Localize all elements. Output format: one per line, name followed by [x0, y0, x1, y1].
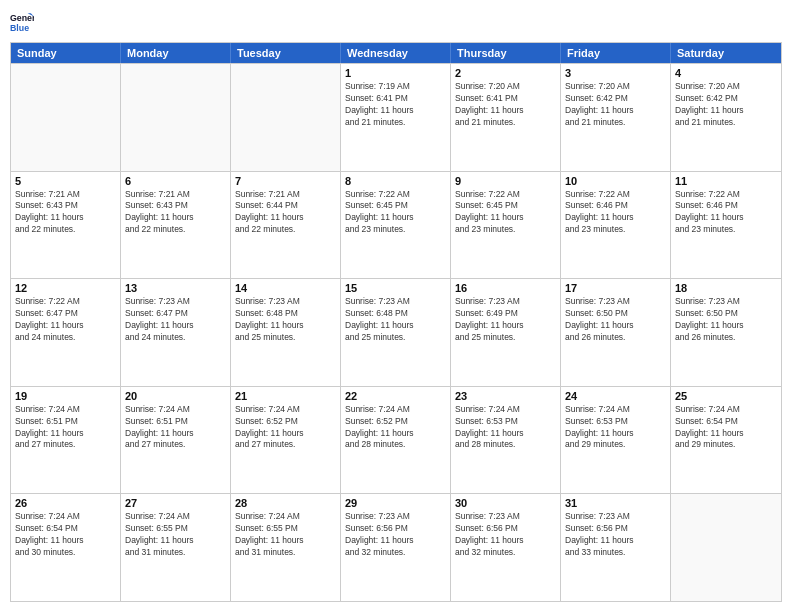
calendar-header: SundayMondayTuesdayWednesdayThursdayFrid… [11, 43, 781, 63]
day-number: 24 [565, 390, 666, 402]
day-number: 13 [125, 282, 226, 294]
day-number: 14 [235, 282, 336, 294]
day-info: Sunrise: 7:24 AM Sunset: 6:54 PM Dayligh… [675, 404, 777, 452]
day-number: 9 [455, 175, 556, 187]
day-info: Sunrise: 7:23 AM Sunset: 6:49 PM Dayligh… [455, 296, 556, 344]
empty-cell [121, 64, 231, 171]
day-info: Sunrise: 7:19 AM Sunset: 6:41 PM Dayligh… [345, 81, 446, 129]
day-number: 8 [345, 175, 446, 187]
empty-cell [671, 494, 781, 601]
day-number: 20 [125, 390, 226, 402]
day-header-thursday: Thursday [451, 43, 561, 63]
day-info: Sunrise: 7:20 AM Sunset: 6:42 PM Dayligh… [675, 81, 777, 129]
day-cell-23: 23Sunrise: 7:24 AM Sunset: 6:53 PM Dayli… [451, 387, 561, 494]
day-cell-11: 11Sunrise: 7:22 AM Sunset: 6:46 PM Dayli… [671, 172, 781, 279]
day-number: 1 [345, 67, 446, 79]
day-number: 10 [565, 175, 666, 187]
day-info: Sunrise: 7:23 AM Sunset: 6:56 PM Dayligh… [345, 511, 446, 559]
day-number: 21 [235, 390, 336, 402]
day-cell-26: 26Sunrise: 7:24 AM Sunset: 6:54 PM Dayli… [11, 494, 121, 601]
day-header-monday: Monday [121, 43, 231, 63]
calendar-week-2: 5Sunrise: 7:21 AM Sunset: 6:43 PM Daylig… [11, 171, 781, 279]
calendar-week-3: 12Sunrise: 7:22 AM Sunset: 6:47 PM Dayli… [11, 278, 781, 386]
day-header-friday: Friday [561, 43, 671, 63]
day-number: 7 [235, 175, 336, 187]
day-header-wednesday: Wednesday [341, 43, 451, 63]
day-info: Sunrise: 7:23 AM Sunset: 6:56 PM Dayligh… [455, 511, 556, 559]
day-number: 28 [235, 497, 336, 509]
day-cell-10: 10Sunrise: 7:22 AM Sunset: 6:46 PM Dayli… [561, 172, 671, 279]
day-number: 22 [345, 390, 446, 402]
day-info: Sunrise: 7:23 AM Sunset: 6:50 PM Dayligh… [565, 296, 666, 344]
day-info: Sunrise: 7:24 AM Sunset: 6:52 PM Dayligh… [235, 404, 336, 452]
day-info: Sunrise: 7:23 AM Sunset: 6:48 PM Dayligh… [235, 296, 336, 344]
day-number: 4 [675, 67, 777, 79]
day-cell-6: 6Sunrise: 7:21 AM Sunset: 6:43 PM Daylig… [121, 172, 231, 279]
day-info: Sunrise: 7:22 AM Sunset: 6:46 PM Dayligh… [675, 189, 777, 237]
day-number: 30 [455, 497, 556, 509]
day-cell-14: 14Sunrise: 7:23 AM Sunset: 6:48 PM Dayli… [231, 279, 341, 386]
day-number: 3 [565, 67, 666, 79]
day-cell-13: 13Sunrise: 7:23 AM Sunset: 6:47 PM Dayli… [121, 279, 231, 386]
day-info: Sunrise: 7:24 AM Sunset: 6:51 PM Dayligh… [15, 404, 116, 452]
empty-cell [231, 64, 341, 171]
svg-text:Blue: Blue [10, 23, 29, 33]
day-cell-25: 25Sunrise: 7:24 AM Sunset: 6:54 PM Dayli… [671, 387, 781, 494]
day-number: 12 [15, 282, 116, 294]
day-info: Sunrise: 7:24 AM Sunset: 6:53 PM Dayligh… [565, 404, 666, 452]
day-cell-12: 12Sunrise: 7:22 AM Sunset: 6:47 PM Dayli… [11, 279, 121, 386]
day-cell-17: 17Sunrise: 7:23 AM Sunset: 6:50 PM Dayli… [561, 279, 671, 386]
day-info: Sunrise: 7:22 AM Sunset: 6:47 PM Dayligh… [15, 296, 116, 344]
day-cell-21: 21Sunrise: 7:24 AM Sunset: 6:52 PM Dayli… [231, 387, 341, 494]
day-info: Sunrise: 7:21 AM Sunset: 6:43 PM Dayligh… [15, 189, 116, 237]
day-info: Sunrise: 7:23 AM Sunset: 6:50 PM Dayligh… [675, 296, 777, 344]
day-info: Sunrise: 7:23 AM Sunset: 6:47 PM Dayligh… [125, 296, 226, 344]
day-number: 18 [675, 282, 777, 294]
calendar-week-4: 19Sunrise: 7:24 AM Sunset: 6:51 PM Dayli… [11, 386, 781, 494]
day-cell-18: 18Sunrise: 7:23 AM Sunset: 6:50 PM Dayli… [671, 279, 781, 386]
day-info: Sunrise: 7:24 AM Sunset: 6:54 PM Dayligh… [15, 511, 116, 559]
day-cell-31: 31Sunrise: 7:23 AM Sunset: 6:56 PM Dayli… [561, 494, 671, 601]
day-info: Sunrise: 7:24 AM Sunset: 6:52 PM Dayligh… [345, 404, 446, 452]
day-info: Sunrise: 7:24 AM Sunset: 6:55 PM Dayligh… [125, 511, 226, 559]
day-number: 31 [565, 497, 666, 509]
day-number: 26 [15, 497, 116, 509]
day-header-sunday: Sunday [11, 43, 121, 63]
day-cell-4: 4Sunrise: 7:20 AM Sunset: 6:42 PM Daylig… [671, 64, 781, 171]
day-info: Sunrise: 7:20 AM Sunset: 6:42 PM Dayligh… [565, 81, 666, 129]
day-number: 29 [345, 497, 446, 509]
day-number: 11 [675, 175, 777, 187]
svg-text:General: General [10, 13, 34, 23]
day-cell-3: 3Sunrise: 7:20 AM Sunset: 6:42 PM Daylig… [561, 64, 671, 171]
day-info: Sunrise: 7:24 AM Sunset: 6:51 PM Dayligh… [125, 404, 226, 452]
day-info: Sunrise: 7:22 AM Sunset: 6:46 PM Dayligh… [565, 189, 666, 237]
day-number: 5 [15, 175, 116, 187]
day-cell-9: 9Sunrise: 7:22 AM Sunset: 6:45 PM Daylig… [451, 172, 561, 279]
day-cell-20: 20Sunrise: 7:24 AM Sunset: 6:51 PM Dayli… [121, 387, 231, 494]
calendar-week-1: 1Sunrise: 7:19 AM Sunset: 6:41 PM Daylig… [11, 63, 781, 171]
day-number: 16 [455, 282, 556, 294]
day-cell-5: 5Sunrise: 7:21 AM Sunset: 6:43 PM Daylig… [11, 172, 121, 279]
day-info: Sunrise: 7:21 AM Sunset: 6:44 PM Dayligh… [235, 189, 336, 237]
day-cell-2: 2Sunrise: 7:20 AM Sunset: 6:41 PM Daylig… [451, 64, 561, 171]
day-cell-29: 29Sunrise: 7:23 AM Sunset: 6:56 PM Dayli… [341, 494, 451, 601]
day-number: 25 [675, 390, 777, 402]
day-number: 27 [125, 497, 226, 509]
day-cell-19: 19Sunrise: 7:24 AM Sunset: 6:51 PM Dayli… [11, 387, 121, 494]
calendar-body: 1Sunrise: 7:19 AM Sunset: 6:41 PM Daylig… [11, 63, 781, 601]
day-info: Sunrise: 7:21 AM Sunset: 6:43 PM Dayligh… [125, 189, 226, 237]
day-header-tuesday: Tuesday [231, 43, 341, 63]
day-cell-22: 22Sunrise: 7:24 AM Sunset: 6:52 PM Dayli… [341, 387, 451, 494]
day-info: Sunrise: 7:23 AM Sunset: 6:56 PM Dayligh… [565, 511, 666, 559]
day-cell-15: 15Sunrise: 7:23 AM Sunset: 6:48 PM Dayli… [341, 279, 451, 386]
calendar: SundayMondayTuesdayWednesdayThursdayFrid… [10, 42, 782, 602]
day-header-saturday: Saturday [671, 43, 781, 63]
day-info: Sunrise: 7:24 AM Sunset: 6:55 PM Dayligh… [235, 511, 336, 559]
page: General Blue SundayMondayTuesdayWednesda… [0, 0, 792, 612]
day-cell-16: 16Sunrise: 7:23 AM Sunset: 6:49 PM Dayli… [451, 279, 561, 386]
day-number: 15 [345, 282, 446, 294]
day-cell-30: 30Sunrise: 7:23 AM Sunset: 6:56 PM Dayli… [451, 494, 561, 601]
day-number: 19 [15, 390, 116, 402]
day-number: 17 [565, 282, 666, 294]
day-info: Sunrise: 7:20 AM Sunset: 6:41 PM Dayligh… [455, 81, 556, 129]
